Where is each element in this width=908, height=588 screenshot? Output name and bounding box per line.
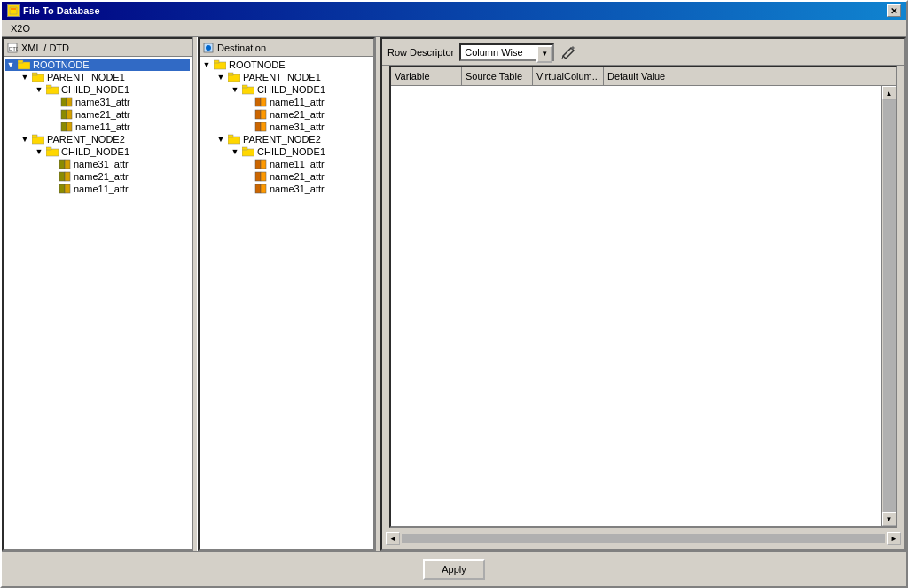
svg-rect-48 (255, 184, 261, 193)
attr-icon (60, 97, 73, 107)
attr-icon (59, 171, 71, 182)
tree-node-rootnode[interactable]: ▼ ROOTNODE (5, 59, 190, 71)
tree-node-parent2[interactable]: ▼ PARENT_NODE2 (5, 133, 190, 145)
dest-tree-node-parent2[interactable]: ▼ PARENT_NODE2 (201, 133, 372, 145)
node-label-rootnode: ROOTNODE (33, 59, 90, 70)
svg-rect-19 (46, 147, 51, 150)
dest-node-label-attr31-1: name31_attr (270, 122, 325, 132)
right-vertical-scrollbar: ▲ ▼ (881, 86, 896, 526)
dest-tree-node-rootnode[interactable]: ▼ ROOTNODE (201, 59, 372, 71)
dest-toggle-rootnode[interactable]: ▼ (201, 59, 212, 70)
middle-pane-title: Destination (217, 43, 266, 53)
svg-rect-45 (261, 160, 266, 169)
folder-icon (46, 84, 59, 95)
table-body (391, 86, 881, 526)
horizontal-scrollbar-area: ◄ ► (386, 531, 901, 545)
node-label-attr21-2: name21_attr (74, 171, 129, 182)
table-header: Variable Source Table VirtualColum... De… (391, 67, 896, 86)
tree-node-attr21-1[interactable]: name21_attr (5, 108, 190, 121)
tree-node-parent1[interactable]: ▼ PARENT_NODE1 (5, 71, 190, 83)
dropdown-value: Column Wise (461, 45, 536, 59)
toggle-child1-2[interactable]: ▼ (34, 146, 44, 157)
tree-node-attr31-2[interactable]: name31_attr (5, 158, 190, 170)
dest-tree-node-child1-1[interactable]: ▼ CHILD_NODE1 (201, 83, 372, 96)
tree-node-child1-1[interactable]: ▼ CHILD_NODE1 (5, 83, 190, 96)
toggle-spacer (48, 109, 59, 120)
svg-rect-24 (59, 184, 65, 193)
dest-attr-icon (254, 171, 267, 182)
svg-rect-41 (228, 135, 233, 137)
toggle-rootnode[interactable]: ▼ (5, 59, 16, 70)
node-label-attr21-1: name21_attr (75, 109, 130, 120)
middle-pane-header: Destination (200, 39, 373, 57)
close-button[interactable]: ✕ (887, 4, 901, 17)
toggle-parent1[interactable]: ▼ (20, 72, 30, 82)
chevron-down-icon: ▼ (541, 50, 548, 58)
dest-toggle-parent1[interactable]: ▼ (215, 72, 226, 82)
attr-icon (60, 122, 73, 132)
scroll-left-button[interactable]: ◄ (386, 532, 400, 545)
menu-x2o[interactable]: X2O (5, 22, 35, 35)
table-area: Variable Source Table VirtualColum... De… (389, 66, 897, 528)
table-body-container: ▲ ▼ (391, 86, 896, 526)
apply-button[interactable]: Apply (423, 559, 485, 580)
row-descriptor-label: Row Descriptor (387, 47, 454, 58)
scroll-track-horizontal (402, 534, 885, 543)
svg-rect-1 (11, 8, 16, 10)
dest-node-label-attr11-1: name11_attr (270, 97, 325, 107)
middle-pane: Destination ▼ ROOTNODE ▼ (198, 37, 375, 551)
folder-icon (32, 72, 44, 82)
col-header-variable: Variable (391, 67, 462, 85)
right-pane-toolbar: Row Descriptor Column Wise ▼ (382, 39, 904, 66)
svg-rect-35 (261, 98, 266, 106)
folder-icon (214, 59, 226, 70)
node-label-attr11-2: name11_attr (74, 184, 129, 194)
dest-toggle-child1-2[interactable]: ▼ (230, 146, 240, 157)
toggle-parent2[interactable]: ▼ (20, 134, 30, 145)
dest-tree-node-attr11-1[interactable]: name11_attr (201, 96, 372, 108)
dest-attr-icon (254, 109, 267, 120)
folder-icon (18, 59, 30, 70)
xml-dtd-icon: DTD (7, 43, 18, 53)
dest-toggle-parent2[interactable]: ▼ (215, 134, 226, 145)
svg-rect-17 (32, 135, 37, 137)
dest-tree-node-attr21-1[interactable]: name21_attr (201, 108, 372, 121)
svg-rect-15 (67, 122, 72, 131)
dest-tree-node-attr21-2[interactable]: name21_attr (201, 170, 372, 183)
table-wrapper: Variable Source Table VirtualColum... De… (386, 66, 901, 549)
dest-node-label-parent2: PARENT_NODE2 (243, 134, 321, 145)
tree-node-attr31-1[interactable]: name31_attr (5, 96, 190, 108)
attr-icon (59, 184, 71, 194)
dest-tree-node-attr11-2[interactable]: name11_attr (201, 158, 372, 170)
dest-node-label-attr11-2: name11_attr (270, 159, 325, 169)
scroll-right-button[interactable]: ► (887, 532, 901, 545)
svg-rect-47 (261, 172, 266, 181)
dest-toggle-child1-1[interactable]: ▼ (230, 84, 240, 95)
left-pane-title: XML / DTD (21, 43, 69, 53)
dest-tree-node-parent1[interactable]: ▼ PARENT_NODE1 (201, 71, 372, 83)
node-label-attr11-1: name11_attr (75, 122, 130, 132)
dest-tree-node-attr31-1[interactable]: name31_attr (201, 121, 372, 133)
folder-icon (46, 146, 59, 157)
tree-node-child1-2[interactable]: ▼ CHILD_NODE1 (5, 145, 190, 158)
window-icon (7, 4, 20, 17)
edit-icon-button[interactable] (560, 43, 577, 61)
dest-node-label-parent1: PARENT_NODE1 (243, 72, 321, 82)
tree-node-attr21-2[interactable]: name21_attr (5, 170, 190, 183)
dest-node-label-child1-1: CHILD_NODE1 (257, 84, 325, 95)
svg-rect-36 (255, 110, 261, 119)
dest-attr-icon (254, 122, 267, 132)
toggle-child1-1[interactable]: ▼ (34, 84, 44, 95)
dropdown-arrow-button[interactable]: ▼ (536, 45, 552, 63)
dest-tree-node-child1-2[interactable]: ▼ CHILD_NODE1 (201, 145, 372, 158)
svg-rect-21 (65, 160, 70, 169)
scroll-up-button[interactable]: ▲ (882, 86, 896, 100)
scroll-down-button[interactable]: ▼ (882, 512, 896, 526)
tree-node-attr11-1[interactable]: name11_attr (5, 121, 190, 133)
tree-node-attr11-2[interactable]: name11_attr (5, 183, 190, 195)
svg-point-27 (206, 45, 211, 51)
left-tree: ▼ ROOTNODE ▼ PARENT_NODE1 (4, 57, 192, 197)
toggle-spacer (48, 97, 59, 107)
dest-tree-node-attr31-2[interactable]: name31_attr (201, 183, 372, 195)
dest-tree: ▼ ROOTNODE ▼ PARENT_NODE1 (200, 57, 373, 197)
